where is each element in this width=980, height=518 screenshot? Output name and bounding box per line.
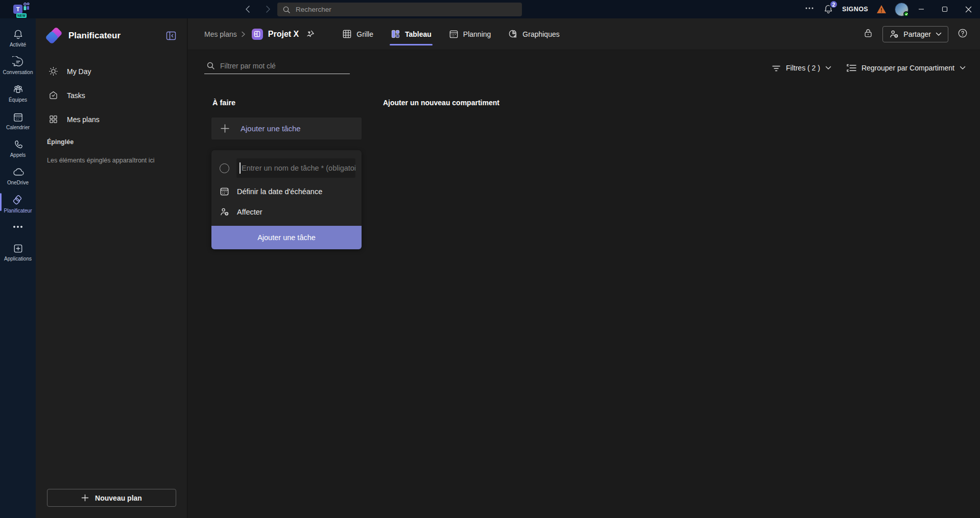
- chevron-down-icon: [825, 66, 831, 70]
- help-button[interactable]: [958, 28, 968, 40]
- apps-icon: [12, 243, 24, 254]
- new-badge: NEW: [16, 13, 27, 18]
- notifications-button[interactable]: 2: [823, 4, 834, 15]
- minimize-button[interactable]: [910, 0, 933, 18]
- pinned-section-title: Épinglée: [36, 131, 187, 146]
- calendar-icon: [220, 186, 229, 196]
- planner-logo-icon: [47, 29, 62, 43]
- task-complete-circle[interactable]: [220, 163, 229, 173]
- teams-window: T NEW: [0, 0, 980, 518]
- tasks-icon: [48, 90, 59, 101]
- filter-icon: [772, 64, 781, 72]
- sun-icon: [48, 66, 59, 77]
- warning-icon[interactable]: [876, 5, 887, 14]
- task-name-input[interactable]: [236, 164, 355, 172]
- filter-keyword-input[interactable]: [220, 62, 338, 70]
- calendar-icon: [12, 111, 24, 123]
- tab-grid[interactable]: Grille: [336, 18, 379, 50]
- filters-dropdown[interactable]: Filtres ( 2 ): [772, 64, 831, 72]
- bucket-title[interactable]: À faire: [211, 99, 362, 107]
- schedule-icon: [449, 29, 459, 39]
- person-add-icon: [220, 207, 229, 216]
- chevron-down-icon: [936, 32, 942, 36]
- rail-item-calls[interactable]: Appels: [0, 135, 36, 162]
- plus-icon: [221, 124, 229, 133]
- group-by-icon: [847, 64, 856, 72]
- rail-item-activity[interactable]: Activité: [0, 25, 36, 52]
- view-tabs: Grille Tableau Planning: [336, 18, 565, 50]
- rail-item-teams[interactable]: Équipes: [0, 80, 36, 107]
- new-task-card: Définir la date d'échéance Affecter Ajou…: [211, 150, 362, 249]
- kanban-board: À faire Ajouter une tâche: [188, 74, 980, 249]
- forward-button[interactable]: [262, 4, 273, 14]
- privacy-lock-icon[interactable]: [863, 28, 873, 40]
- teams-logo-icon: T NEW: [13, 2, 31, 17]
- avatar[interactable]: [895, 3, 909, 16]
- plan-header: Mes plans Projet X Grille: [188, 18, 980, 50]
- keyword-filter[interactable]: [204, 59, 350, 74]
- ellipsis-icon: [13, 225, 23, 228]
- plan-icon: [252, 29, 263, 40]
- plus-icon: [81, 494, 89, 502]
- new-plan-button[interactable]: Nouveau plan: [47, 489, 176, 507]
- teams-people-glyph: [22, 3, 30, 11]
- plan-view: Mes plans Projet X Grille: [188, 18, 980, 518]
- search-input[interactable]: [296, 6, 490, 13]
- account-name[interactable]: SIGNOS: [842, 6, 868, 13]
- plan-title: Projet X: [268, 30, 299, 39]
- planner-sidebar: Planificateur My Day Tasks Mes plans: [36, 18, 187, 518]
- search-icon: [206, 61, 215, 70]
- grid-view-icon: [342, 29, 352, 39]
- pin-plan-button[interactable]: [306, 30, 315, 38]
- pinned-empty-hint: Les éléments épinglés apparaîtront ici: [36, 146, 187, 164]
- collapse-sidebar-button[interactable]: [164, 30, 178, 42]
- back-button[interactable]: [243, 4, 253, 14]
- rail-item-calendar[interactable]: Calendrier: [0, 107, 36, 135]
- chat-icon: [12, 56, 24, 68]
- rail-item-chat[interactable]: Conversation: [0, 52, 36, 80]
- app-rail: Activité Conversation Équipes Calendrier: [0, 18, 36, 518]
- people-icon: [12, 84, 25, 96]
- assign-button[interactable]: Affecter: [211, 202, 362, 222]
- breadcrumb: Mes plans Projet X: [204, 29, 315, 40]
- notification-count-badge: 2: [829, 0, 838, 9]
- tab-charts[interactable]: Graphiques: [502, 18, 565, 50]
- board-view-icon: [391, 29, 400, 39]
- submit-add-task-button[interactable]: Ajouter une tâche: [211, 226, 362, 249]
- bucket-column-todo: À faire Ajouter une tâche: [211, 99, 362, 249]
- global-search[interactable]: [277, 3, 522, 16]
- breadcrumb-my-plans[interactable]: Mes plans: [204, 30, 237, 38]
- more-options-button[interactable]: [804, 3, 815, 15]
- search-icon: [282, 6, 291, 14]
- tab-schedule[interactable]: Planning: [443, 18, 497, 50]
- rail-more-button[interactable]: [0, 218, 36, 239]
- chevron-down-icon: [960, 66, 966, 70]
- task-name-field[interactable]: [236, 158, 355, 178]
- maximize-button[interactable]: [933, 0, 957, 18]
- share-button[interactable]: Partager: [882, 26, 948, 42]
- sidebar-item-tasks[interactable]: Tasks: [36, 83, 187, 107]
- rail-item-planner[interactable]: Planificateur: [0, 190, 36, 218]
- rail-item-apps[interactable]: Applications: [0, 239, 36, 266]
- charts-icon: [508, 29, 518, 39]
- bell-icon: [12, 29, 24, 40]
- app-title: Planificateur: [68, 31, 164, 41]
- text-caret: [240, 162, 241, 174]
- planner-icon: [12, 194, 24, 206]
- status-available-icon: [903, 11, 909, 17]
- person-add-icon: [889, 30, 899, 38]
- tab-board[interactable]: Tableau: [385, 18, 438, 50]
- board-toolbar: Filtres ( 2 ) Regrouper par Compartiment: [188, 50, 980, 74]
- title-bar: T NEW: [0, 0, 980, 18]
- add-task-button[interactable]: Ajouter une tâche: [211, 117, 362, 139]
- sidebar-item-my-plans[interactable]: Mes plans: [36, 107, 187, 131]
- set-due-date-button[interactable]: Définir la date d'échéance: [211, 181, 362, 202]
- sidebar-item-my-day[interactable]: My Day: [36, 59, 187, 83]
- close-button[interactable]: [957, 0, 980, 18]
- group-by-dropdown[interactable]: Regrouper par Compartiment: [847, 64, 966, 72]
- add-bucket-column: Ajouter un nouveau compartiment: [383, 99, 533, 249]
- phone-icon: [12, 139, 24, 151]
- rail-item-onedrive[interactable]: OneDrive: [0, 162, 36, 190]
- add-new-bucket-button[interactable]: Ajouter un nouveau compartiment: [383, 99, 533, 107]
- cloud-icon: [11, 167, 25, 178]
